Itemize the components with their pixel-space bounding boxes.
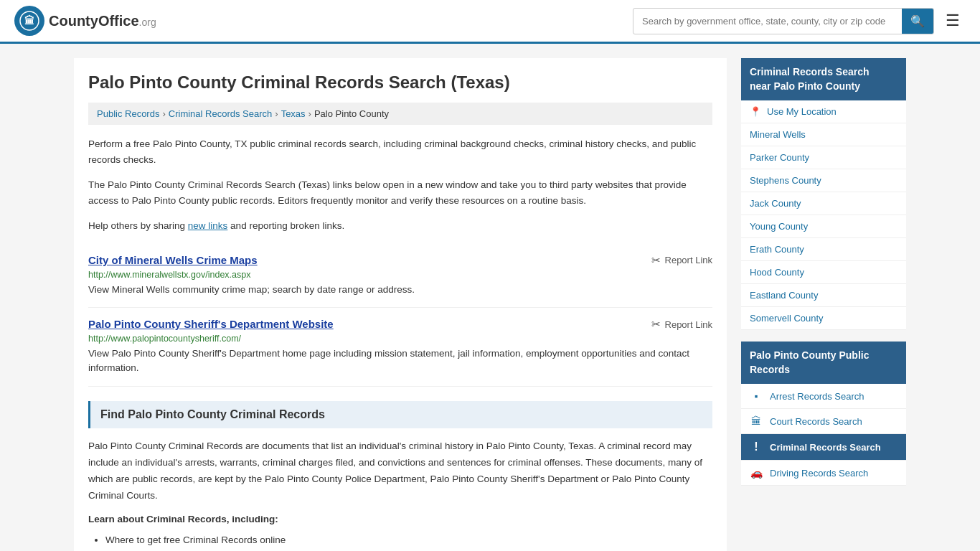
search-button[interactable]: 🔍 — [902, 9, 933, 34]
link-url-1: http://www.mineralwellstx.gov/index.aspx — [88, 270, 712, 280]
pub-records-title: Palo Pinto County Public Records — [741, 342, 906, 384]
find-section-header: Find Palo Pinto County Criminal Records — [88, 401, 712, 428]
nearby-link-7[interactable]: Eastland County — [741, 284, 906, 306]
svg-text:🏛: 🏛 — [24, 14, 34, 27]
page-title: Palo Pinto County Criminal Records Searc… — [88, 72, 712, 93]
pub-records-section: Palo Pinto County Public Records ▪ Arres… — [741, 342, 906, 486]
site-header: 🏛 CountyOffice.org 🔍 ☰ — [0, 0, 980, 44]
nearby-section: Criminal Records Search near Palo Pinto … — [741, 58, 906, 330]
nearby-list: 📍 Use My Location Mineral Wells Parker C… — [741, 100, 906, 330]
court-records-link[interactable]: 🏛 Court Records Search — [741, 409, 906, 433]
find-text: Palo Pinto County Criminal Records are d… — [88, 438, 712, 504]
nearby-link-6[interactable]: Hood County — [741, 261, 906, 283]
breadcrumb-link-public-records[interactable]: Public Records — [97, 108, 159, 119]
nearby-title: Criminal Records Search near Palo Pinto … — [741, 58, 906, 100]
nearby-link-1[interactable]: Parker County — [741, 146, 906, 169]
link-title-2[interactable]: Palo Pinto County Sheriff's Department W… — [88, 318, 334, 330]
search-input[interactable] — [633, 10, 902, 32]
sidebar: Criminal Records Search near Palo Pinto … — [741, 58, 906, 551]
pub-records-item-criminal: ! Criminal Records Search — [741, 434, 906, 461]
main-container: Palo Pinto County Criminal Records Searc… — [60, 44, 920, 551]
driving-records-link[interactable]: 🚗 Driving Records Search — [741, 461, 906, 485]
breadcrumb-current: Palo Pinto County — [314, 108, 389, 119]
search-area: 🔍 ☰ — [633, 8, 966, 34]
intro-text-1: Perform a free Palo Pinto County, TX pub… — [88, 136, 712, 167]
use-my-location-link[interactable]: 📍 Use My Location — [741, 100, 906, 123]
nearby-link-8[interactable]: Somervell County — [741, 307, 906, 329]
location-pin-icon: 📍 — [750, 106, 761, 117]
court-icon: 🏛 — [750, 415, 763, 427]
nearby-item: Hood County — [741, 261, 906, 284]
menu-button[interactable]: ☰ — [940, 9, 966, 33]
logo-icon: 🏛 — [14, 6, 44, 36]
arrest-records-link[interactable]: ▪ Arrest Records Search — [741, 384, 906, 408]
new-links-link[interactable]: new links — [188, 220, 228, 231]
intro-text-3: Help others by sharing new links and rep… — [88, 218, 712, 234]
criminal-records-link[interactable]: ! Criminal Records Search — [741, 434, 906, 460]
link-desc-1: View Mineral Wells community crime map; … — [88, 283, 712, 297]
pub-records-item-arrest: ▪ Arrest Records Search — [741, 384, 906, 409]
nearby-item: Eastland County — [741, 284, 906, 307]
nearby-item: Stephens County — [741, 169, 906, 192]
nearby-link-4[interactable]: Young County — [741, 215, 906, 237]
criminal-icon: ! — [750, 441, 763, 453]
learn-title: Learn about Criminal Records, including: — [88, 514, 712, 524]
nearby-item: Erath County — [741, 238, 906, 261]
scissors-icon-1: ✂ — [651, 254, 661, 267]
bullet-list: Where to get free Criminal Records onlin… — [88, 530, 712, 551]
report-link-button-1[interactable]: ✂ Report Link — [651, 254, 712, 267]
content-area: Palo Pinto County Criminal Records Searc… — [74, 58, 727, 551]
breadcrumb-link-texas[interactable]: Texas — [281, 108, 306, 119]
logo-text: CountyOffice.org — [49, 13, 156, 29]
pub-records-item-driving: 🚗 Driving Records Search — [741, 461, 906, 486]
link-desc-2: View Palo Pinto County Sheriff's Departm… — [88, 347, 712, 376]
nearby-use-my-location: 📍 Use My Location — [741, 100, 906, 123]
nearby-link-2[interactable]: Stephens County — [741, 169, 906, 192]
search-box: 🔍 — [633, 8, 934, 34]
breadcrumb-link-criminal-records[interactable]: Criminal Records Search — [169, 108, 273, 119]
nearby-item: Young County — [741, 215, 906, 238]
intro-text-2: The Palo Pinto County Criminal Records S… — [88, 177, 712, 208]
driving-icon: 🚗 — [750, 467, 763, 479]
logo-area: 🏛 CountyOffice.org — [14, 6, 156, 36]
arrest-icon: ▪ — [750, 390, 763, 402]
scissors-icon-2: ✂ — [651, 318, 661, 331]
nearby-item: Mineral Wells — [741, 123, 906, 146]
nearby-item: Parker County — [741, 146, 906, 169]
link-entry-2: Palo Pinto County Sheriff's Department W… — [88, 308, 712, 387]
nearby-link-3[interactable]: Jack County — [741, 192, 906, 215]
pub-records-item-court: 🏛 Court Records Search — [741, 409, 906, 434]
link-entry-1: City of Mineral Wells Crime Maps ✂ Repor… — [88, 244, 712, 308]
link-url-2: http://www.palopintocountysheriff.com/ — [88, 334, 712, 344]
breadcrumb: Public Records › Criminal Records Search… — [88, 103, 712, 125]
nearby-link-0[interactable]: Mineral Wells — [741, 123, 906, 146]
report-link-button-2[interactable]: ✂ Report Link — [651, 318, 712, 331]
nearby-link-5[interactable]: Erath County — [741, 238, 906, 260]
link-title-1[interactable]: City of Mineral Wells Crime Maps — [88, 254, 258, 266]
nearby-item: Somervell County — [741, 307, 906, 330]
pub-records-list: ▪ Arrest Records Search 🏛 Court Records … — [741, 384, 906, 486]
list-item: Where to get free Criminal Records onlin… — [105, 530, 712, 550]
nearby-item: Jack County — [741, 192, 906, 215]
